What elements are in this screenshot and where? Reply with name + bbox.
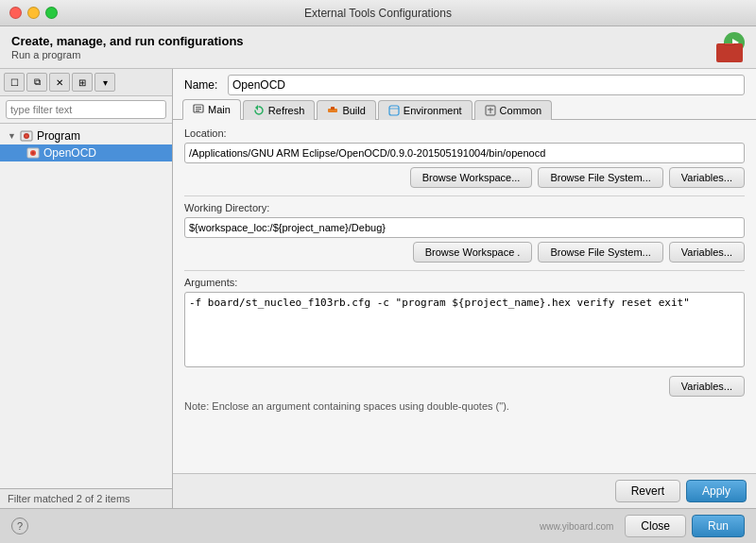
run-icon-container (714, 32, 745, 62)
location-label: Location: (184, 127, 745, 139)
workdir-browse-workspace-button[interactable]: Browse Workspace . (413, 242, 533, 263)
duplicate-config-button[interactable]: ⧉ (26, 73, 47, 92)
svg-marker-10 (255, 105, 258, 110)
tab-refresh[interactable]: Refresh (243, 100, 316, 120)
left-panel: ☐ ⧉ ✕ ⊞ ▾ ▼ Program (0, 69, 173, 508)
filter-button[interactable]: ⊞ (72, 73, 93, 92)
tab-common-label: Common (500, 105, 542, 116)
location-input[interactable] (184, 143, 745, 163)
content-area: ☐ ⧉ ✕ ⊞ ▾ ▼ Program (0, 69, 756, 508)
delete-config-button[interactable]: ✕ (49, 73, 70, 92)
filter-input[interactable] (6, 100, 166, 119)
tab-main[interactable]: Main (182, 99, 241, 120)
window-controls (9, 7, 58, 19)
tab-common[interactable]: Common (474, 100, 553, 120)
tree-arrow-program: ▼ (8, 131, 16, 141)
working-dir-input[interactable] (184, 217, 745, 238)
location-btn-row: Browse Workspace... Browse File System..… (184, 167, 745, 188)
environment-tab-icon (388, 105, 400, 116)
tab-build[interactable]: Build (317, 100, 375, 120)
dialog-bottom: ? www.yiboard.com Close Run (0, 508, 756, 543)
filter-input-wrap (0, 96, 172, 124)
arguments-variables-button[interactable]: Variables... (669, 376, 745, 397)
location-browse-filesystem-button[interactable]: Browse File System... (538, 167, 662, 188)
arguments-textarea[interactable]: -f board/st_nucleo_f103rb.cfg -c "progra… (184, 292, 745, 367)
program-icon (20, 129, 33, 143)
left-toolbar: ☐ ⧉ ✕ ⊞ ▾ (0, 69, 172, 96)
arguments-label: Arguments: (184, 277, 745, 288)
help-icon[interactable]: ? (11, 518, 28, 535)
window-title: External Tools Configurations (304, 7, 452, 20)
bottom-left: ? (11, 518, 28, 535)
close-window-button[interactable] (9, 7, 22, 19)
main-wrapper: Create, manage, and run configurations R… (0, 26, 756, 543)
toolbox-icon (716, 43, 743, 62)
tree-area: ▼ Program OpenOCD (0, 124, 172, 488)
maximize-window-button[interactable] (45, 7, 58, 19)
tree-label-openocd: OpenOCD (43, 146, 96, 160)
watermark-text: www.yiboard.com (540, 521, 613, 532)
apply-button[interactable]: Apply (686, 480, 747, 502)
minimize-window-button[interactable] (27, 7, 40, 19)
working-dir-btn-row: Browse Workspace . Browse File System...… (184, 242, 745, 263)
svg-point-5 (32, 152, 35, 155)
svg-rect-12 (331, 107, 335, 110)
tab-main-label: Main (208, 104, 231, 115)
top-header: Create, manage, and run configurations R… (0, 26, 756, 69)
run-button[interactable]: Run (692, 515, 745, 537)
location-browse-workspace-button[interactable]: Browse Workspace... (410, 167, 533, 188)
section-divider-1 (184, 195, 745, 196)
tabs-row: Main Refresh Build (173, 99, 756, 120)
main-tab-icon (193, 104, 204, 115)
action-buttons-row: Revert Apply (173, 473, 756, 508)
svg-point-2 (25, 135, 27, 138)
name-label: Name: (184, 78, 220, 92)
tab-content-main: Location: Browse Workspace... Browse Fil… (173, 120, 756, 473)
tab-environment-label: Environment (404, 105, 462, 116)
title-bar: External Tools Configurations (0, 0, 756, 26)
tree-item-openocd[interactable]: OpenOCD (0, 144, 172, 161)
new-config-button[interactable]: ☐ (4, 73, 25, 92)
bottom-right-container: www.yiboard.com Close Run (540, 515, 745, 537)
right-panel: Name: Main (173, 69, 756, 508)
build-tab-icon (327, 105, 338, 116)
note-text: Note: Enclose an argument containing spa… (184, 400, 745, 412)
toolbox-handle (724, 43, 735, 45)
close-button[interactable]: Close (625, 515, 686, 537)
left-panel-bottom: Filter matched 2 of 2 items (0, 488, 172, 508)
common-tab-icon (485, 105, 496, 116)
tree-label-program: Program (37, 129, 80, 143)
header-text: Create, manage, and run configurations R… (11, 34, 244, 60)
name-row: Name: (173, 69, 756, 99)
refresh-tab-icon (253, 105, 265, 116)
working-dir-label: Working Directory: (184, 202, 745, 213)
header-subtitle: Run a program (11, 49, 244, 60)
header-title: Create, manage, and run configurations (11, 34, 244, 48)
workdir-browse-filesystem-button[interactable]: Browse File System... (538, 242, 662, 263)
arguments-variables-row: Variables... (184, 376, 745, 397)
filter-status: Filter matched 2 of 2 items (8, 493, 130, 504)
location-variables-button[interactable]: Variables... (669, 167, 745, 188)
revert-button[interactable]: Revert (615, 480, 680, 502)
svg-rect-9 (196, 110, 199, 111)
tab-refresh-label: Refresh (268, 105, 305, 116)
bottom-buttons: Close Run (625, 515, 745, 537)
svg-rect-8 (196, 109, 201, 110)
section-divider-2 (184, 270, 745, 271)
tab-build-label: Build (342, 105, 365, 116)
openocd-icon (26, 146, 40, 160)
tree-item-program[interactable]: ▼ Program (0, 127, 172, 144)
tab-environment[interactable]: Environment (378, 100, 472, 120)
workdir-variables-button[interactable]: Variables... (669, 242, 745, 263)
svg-rect-13 (389, 106, 399, 115)
svg-rect-7 (196, 107, 201, 108)
dropdown-button[interactable]: ▾ (94, 73, 115, 92)
name-input[interactable] (228, 75, 745, 95)
